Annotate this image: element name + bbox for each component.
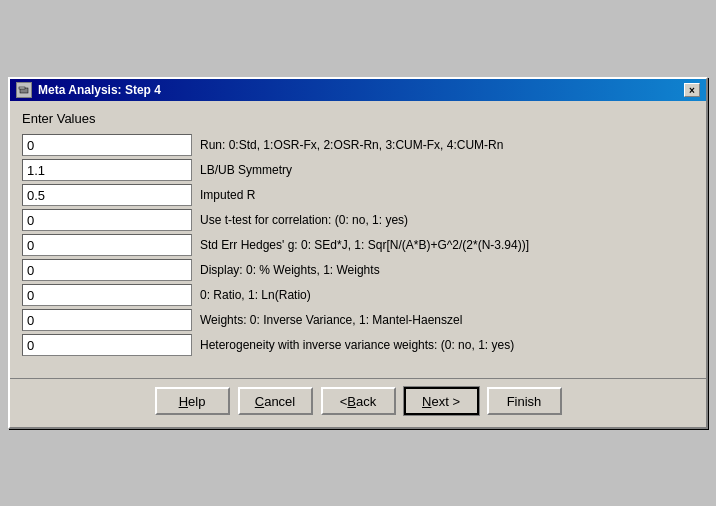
field-label-3: Use t-test for correlation: (0: no, 1: y… (200, 213, 408, 227)
field-label-4: Std Err Hedges' g: 0: SEd*J, 1: Sqr[N/(A… (200, 238, 529, 252)
field-row: Imputed R (22, 184, 694, 206)
field-input-7[interactable] (22, 309, 192, 331)
field-row: Heterogeneity with inverse variance weig… (22, 334, 694, 356)
field-row: LB/UB Symmetry (22, 159, 694, 181)
field-row: Run: 0:Std, 1:OSR-Fx, 2:OSR-Rn, 3:CUM-Fx… (22, 134, 694, 156)
field-input-0[interactable] (22, 134, 192, 156)
dialog-container: Meta Analysis: Step 4 × Enter Values Run… (8, 77, 708, 429)
finish-button[interactable]: Finish (487, 387, 562, 415)
field-label-2: Imputed R (200, 188, 255, 202)
dialog-title: Meta Analysis: Step 4 (38, 83, 161, 97)
field-label-8: Heterogeneity with inverse variance weig… (200, 338, 514, 352)
title-bar: Meta Analysis: Step 4 × (10, 79, 706, 101)
next-button[interactable]: Next > (404, 387, 479, 415)
field-input-1[interactable] (22, 159, 192, 181)
field-input-3[interactable] (22, 209, 192, 231)
svg-rect-2 (19, 87, 25, 89)
field-label-1: LB/UB Symmetry (200, 163, 292, 177)
field-row: Weights: 0: Inverse Variance, 1: Mantel-… (22, 309, 694, 331)
title-icon (16, 82, 32, 98)
help-button[interactable]: Help (155, 387, 230, 415)
title-bar-left: Meta Analysis: Step 4 (16, 82, 161, 98)
fields-container: Run: 0:Std, 1:OSR-Fx, 2:OSR-Rn, 3:CUM-Fx… (22, 134, 694, 356)
dialog-body: Enter Values Run: 0:Std, 1:OSR-Fx, 2:OSR… (10, 101, 706, 378)
field-row: Std Err Hedges' g: 0: SEd*J, 1: Sqr[N/(A… (22, 234, 694, 256)
button-bar: Help Cancel < Back Next > Finish (10, 378, 706, 427)
field-row: 0: Ratio, 1: Ln(Ratio) (22, 284, 694, 306)
back-button[interactable]: < Back (321, 387, 396, 415)
field-row: Use t-test for correlation: (0: no, 1: y… (22, 209, 694, 231)
field-input-8[interactable] (22, 334, 192, 356)
field-row: Display: 0: % Weights, 1: Weights (22, 259, 694, 281)
close-button[interactable]: × (684, 83, 700, 97)
field-input-4[interactable] (22, 234, 192, 256)
section-label: Enter Values (22, 111, 694, 126)
field-input-5[interactable] (22, 259, 192, 281)
field-label-6: 0: Ratio, 1: Ln(Ratio) (200, 288, 311, 302)
field-label-0: Run: 0:Std, 1:OSR-Fx, 2:OSR-Rn, 3:CUM-Fx… (200, 138, 503, 152)
field-label-7: Weights: 0: Inverse Variance, 1: Mantel-… (200, 313, 462, 327)
field-input-2[interactable] (22, 184, 192, 206)
field-label-5: Display: 0: % Weights, 1: Weights (200, 263, 380, 277)
cancel-button[interactable]: Cancel (238, 387, 313, 415)
field-input-6[interactable] (22, 284, 192, 306)
